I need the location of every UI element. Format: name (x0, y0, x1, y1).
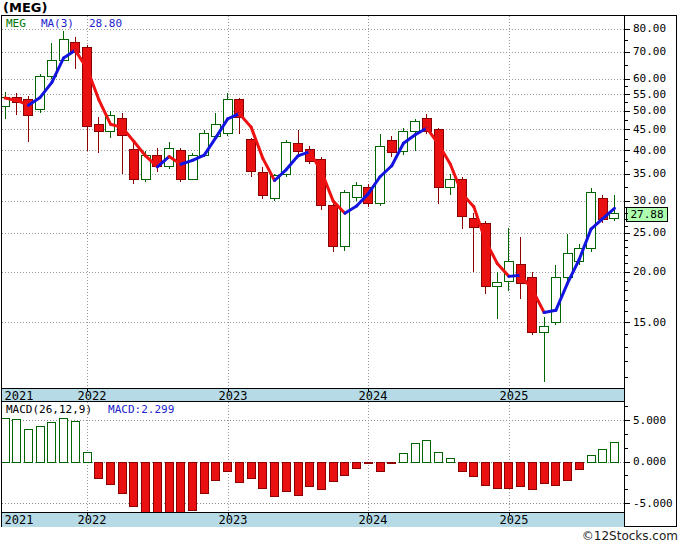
price-axis-minor-tick (625, 213, 628, 214)
price-legend: MEG MA(3) 28.80 (6, 18, 122, 30)
macd-panel (2, 402, 625, 512)
legend-ma-label: MA(3) (41, 18, 74, 30)
candlestick (340, 193, 349, 247)
candlestick (94, 124, 103, 132)
price-axis-minor-tick (625, 281, 628, 282)
price-axis-minor-tick (625, 240, 628, 241)
macd-bar (540, 462, 548, 484)
price-axis-minor-tick (625, 263, 628, 264)
macd-axis-minor-tick (625, 448, 628, 449)
macd-bar (329, 462, 337, 482)
macd-bar (106, 462, 114, 484)
year-tick (509, 389, 510, 392)
candlestick (247, 140, 256, 172)
macd-axis-minor-tick (625, 406, 628, 407)
ma-line-segment (509, 275, 521, 276)
macd-params-label: MACD(26,12,9) (6, 404, 92, 416)
macd-bar (224, 462, 232, 471)
macd-bar (95, 462, 103, 479)
price-axis-minor-tick (625, 102, 628, 103)
price-axis-minor-tick (625, 161, 628, 162)
candlestick (129, 149, 138, 179)
macd-bar (341, 462, 349, 475)
macd-bar (271, 462, 279, 497)
macd-bar (317, 462, 325, 489)
x-axis-band-top: 20212022202320242025 (2, 388, 625, 402)
macd-bar (435, 452, 443, 462)
price-axis-minor-tick (625, 377, 628, 378)
watermark: ©12Stocks.com (582, 529, 678, 543)
price-axis-tick (625, 272, 630, 273)
macd-bar (48, 423, 56, 462)
year-tick (87, 513, 88, 516)
price-axis-minor-tick (625, 120, 628, 121)
price-axis-tick (625, 150, 630, 151)
price-axis-label: 45.00 (633, 124, 666, 136)
macd-bar (200, 462, 208, 494)
price-axis-minor-tick (625, 347, 628, 348)
candlestick (83, 47, 92, 126)
candlestick (610, 214, 619, 218)
x-axis-band-bottom: 20212022202320242025 (2, 512, 625, 527)
candlestick (540, 326, 549, 332)
candlestick (446, 180, 455, 187)
price-axis-label: 30.00 (633, 195, 666, 207)
macd-bar (118, 462, 126, 494)
price-axis-minor-tick (625, 290, 628, 291)
macd-bar (24, 430, 32, 462)
price-axis-label: 25.00 (633, 227, 666, 239)
macd-bar (353, 462, 361, 469)
macd-bar (165, 462, 173, 512)
year-tick (509, 513, 510, 516)
macd-bar (517, 462, 525, 487)
macd-bar (575, 462, 583, 469)
stock-chart-app: (MEG) MEG MA(3) 28.80 202120222023202420… (0, 0, 680, 546)
price-axis-label: 50.00 (633, 105, 666, 117)
price-axis-label: 35.00 (633, 168, 666, 180)
macd-bar (36, 426, 44, 462)
price-axis-tick (625, 94, 630, 95)
ma-line-segment (99, 100, 111, 125)
ma-line-segment (275, 170, 287, 181)
macd-bar (528, 462, 536, 489)
candlestick (387, 141, 396, 153)
macd-header: MACD(26,12,9) MACD:2.299 (6, 404, 174, 416)
year-label: 2022 (72, 514, 112, 526)
price-axis-tick (625, 233, 630, 234)
macd-bar (364, 462, 372, 464)
macd-bar (71, 421, 79, 462)
macd-bar (376, 462, 384, 472)
page-title: (MEG) (3, 0, 47, 15)
ma-line-segment (450, 164, 462, 193)
candlestick (329, 205, 338, 246)
candlestick (294, 144, 303, 152)
candlestick (258, 172, 267, 195)
price-axis-minor-tick (625, 255, 628, 256)
year-tick (228, 389, 229, 392)
macd-axis-tick (625, 420, 630, 421)
macd-axis-minor-tick (625, 489, 628, 490)
macd-axis-label: -5.000 (633, 498, 673, 510)
macd-bar (505, 462, 513, 489)
macd-bar (142, 462, 150, 512)
price-axis-tick (625, 322, 630, 323)
macd-bar (189, 462, 197, 510)
year-tick (368, 389, 369, 392)
price-axis-minor-tick (625, 334, 628, 335)
macd-bar (470, 462, 478, 477)
macd-bar (610, 443, 618, 462)
price-chart-canvas (2, 16, 624, 388)
price-axis-minor-tick (625, 311, 628, 312)
candlestick (411, 121, 420, 131)
macd-bar (411, 444, 419, 462)
price-axis-tick (625, 174, 630, 175)
price-axis-tick (625, 52, 630, 53)
macd-bar (130, 462, 138, 507)
year-label: 2021 (0, 390, 39, 402)
price-axis-minor-tick (625, 247, 628, 248)
price-axis-tick (625, 111, 630, 112)
price-axis-tick (625, 79, 630, 80)
year-tick (87, 389, 88, 392)
macd-axis-minor-tick (625, 475, 628, 476)
macd-bar (60, 418, 68, 462)
